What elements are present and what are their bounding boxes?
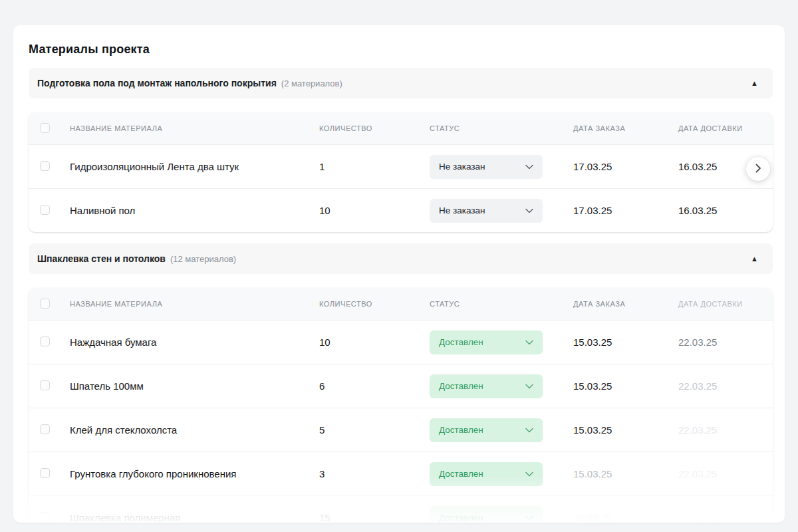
section-header-floor-prep[interactable]: Подготовка пола под монтаж напольного по…	[29, 68, 773, 98]
materials-table-1: НАЗВАНИЕ МАТЕРИАЛА КОЛИЧЕСТВО СТАТУС ДАТ…	[29, 112, 773, 232]
table-header-row: НАЗВАНИЕ МАТЕРИАЛА КОЛИЧЕСТВО СТАТУС ДАТ…	[29, 288, 773, 320]
material-quantity: 10	[319, 205, 430, 216]
chevron-down-icon	[525, 164, 533, 170]
select-all-checkbox[interactable]	[40, 123, 50, 133]
order-date: 17.03.25	[573, 205, 678, 216]
delivery-date: 22.03.25	[678, 468, 773, 479]
material-quantity: 5	[319, 424, 430, 436]
material-quantity: 3	[319, 468, 430, 479]
order-date: 15.03.25	[573, 380, 678, 392]
col-header-name: НАЗВАНИЕ МАТЕРИАЛА	[70, 124, 319, 132]
delivery-date: 22.03.25	[678, 380, 773, 392]
order-date: 15.03.25	[573, 336, 678, 348]
status-label: Доставлен	[439, 425, 483, 435]
chevron-down-icon	[525, 340, 533, 345]
row-checkbox[interactable]	[40, 380, 50, 390]
status-label: Доставлен	[439, 469, 483, 479]
select-all-checkbox[interactable]	[40, 299, 50, 309]
col-header-status: СТАТУС	[430, 124, 573, 132]
materials-table-2: НАЗВАНИЕ МАТЕРИАЛА КОЛИЧЕСТВО СТАТУС ДАТ…	[29, 288, 773, 523]
section-title: Подготовка пола под монтаж напольного по…	[37, 78, 277, 88]
chevron-down-icon	[525, 208, 533, 213]
material-name: Грунтовка глубокого проникновения	[70, 468, 319, 479]
status-select[interactable]: Доставлен	[430, 462, 543, 486]
material-name: Шпаклевка полимерная	[70, 512, 319, 523]
section-header-putty[interactable]: Шпаклевка стен и потолков (12 материалов…	[29, 243, 773, 274]
section-count: (12 материалов)	[170, 254, 236, 264]
order-date: 15.03.25	[573, 512, 678, 523]
status-label: Доставлен	[439, 381, 483, 391]
delivery-date: 22.03.25	[678, 512, 773, 523]
status-select[interactable]: Доставлен	[430, 506, 543, 523]
table-row: Гидроизоляционный Лента два штук 1 Не за…	[29, 144, 773, 188]
status-label: Доставлен	[439, 337, 483, 347]
status-select[interactable]: Не заказан	[430, 199, 543, 223]
table-row: Наждачная бумага 10 Доставлен 15.03.25 2…	[29, 320, 773, 364]
delivery-date: 22.03.25	[678, 424, 773, 436]
col-header-delivery-date: ДАТА ДОСТАВКИ	[678, 124, 773, 132]
material-quantity: 10	[319, 336, 430, 348]
material-name: Наждачная бумага	[70, 336, 319, 348]
chevron-down-icon	[525, 515, 533, 521]
delivery-date: 22.03.25	[678, 336, 773, 348]
chevron-right-icon	[755, 164, 761, 175]
order-date: 15.03.25	[573, 424, 678, 436]
page-title: Материалы проекта	[29, 43, 773, 57]
collapse-arrow-icon: ▲	[751, 255, 758, 263]
table-row: Грунтовка глубокого проникновения 3 Дост…	[29, 452, 773, 495]
table-row: Клей для стеклохолста 5 Доставлен 15.03.…	[29, 408, 773, 452]
status-select[interactable]: Доставлен	[430, 331, 543, 354]
collapse-section-button[interactable]: ▲	[748, 253, 761, 265]
status-label: Доставлен	[439, 513, 483, 523]
material-name: Клей для стеклохолста	[70, 424, 319, 436]
status-select[interactable]: Доставлен	[430, 374, 543, 398]
col-header-status: СТАТУС	[430, 300, 573, 308]
row-checkbox[interactable]	[40, 424, 50, 434]
col-header-delivery-date: ДАТА ДОСТАВКИ	[678, 300, 773, 308]
chevron-down-icon	[525, 428, 533, 433]
material-name: Шпатель 100мм	[70, 380, 319, 392]
materials-panel: Материалы проекта Подготовка пола под мо…	[13, 25, 785, 523]
row-checkbox[interactable]	[40, 161, 50, 171]
row-checkbox[interactable]	[40, 468, 50, 478]
material-quantity: 1	[319, 161, 430, 172]
scroll-right-button[interactable]	[746, 157, 770, 181]
material-quantity: 6	[319, 380, 430, 392]
material-name: Гидроизоляционный Лента два штук	[70, 161, 319, 172]
row-checkbox[interactable]	[40, 336, 50, 346]
col-header-order-date: ДАТА ЗАКАЗА	[573, 124, 678, 132]
col-header-order-date: ДАТА ЗАКАЗА	[573, 300, 678, 308]
status-label: Не заказан	[439, 162, 485, 172]
table-row: Шпаклевка полимерная 15 Доставлен 15.03.…	[29, 495, 773, 523]
table-row: Шпатель 100мм 6 Доставлен 15.03.25 22.03…	[29, 364, 773, 408]
order-date: 15.03.25	[573, 468, 678, 479]
status-label: Не заказан	[439, 205, 485, 215]
col-header-quantity: КОЛИЧЕСТВО	[319, 300, 430, 308]
table-row: Наливной пол 10 Не заказан 17.03.25 16.0…	[29, 188, 773, 232]
collapse-arrow-icon: ▲	[751, 79, 758, 87]
status-select[interactable]: Доставлен	[430, 418, 543, 442]
chevron-down-icon	[525, 471, 533, 477]
order-date: 17.03.25	[573, 161, 678, 172]
material-quantity: 15	[319, 512, 430, 523]
section-title: Шпаклевка стен и потолков	[37, 253, 166, 264]
table-header-row: НАЗВАНИЕ МАТЕРИАЛА КОЛИЧЕСТВО СТАТУС ДАТ…	[29, 112, 773, 144]
chevron-down-icon	[525, 384, 533, 389]
delivery-date: 16.03.25	[678, 205, 773, 216]
row-checkbox[interactable]	[40, 205, 50, 215]
collapse-section-button[interactable]: ▲	[748, 77, 761, 90]
col-header-name: НАЗВАНИЕ МАТЕРИАЛА	[70, 300, 319, 308]
material-name: Наливной пол	[70, 205, 319, 216]
status-select[interactable]: Не заказан	[430, 155, 543, 179]
row-checkbox[interactable]	[40, 512, 50, 522]
section-count: (2 материалов)	[281, 78, 342, 88]
col-header-quantity: КОЛИЧЕСТВО	[319, 124, 430, 132]
